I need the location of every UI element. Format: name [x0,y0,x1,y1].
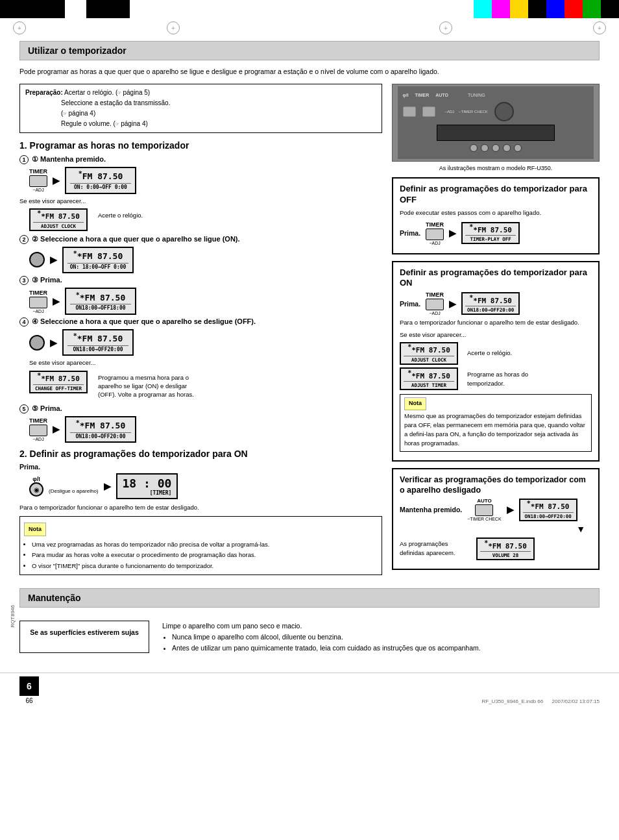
bar-black7 [601,0,619,18]
bar-green [583,0,601,18]
color-bars-right [474,0,619,18]
radio-preset-1 [470,144,478,152]
circle-2: 2 [19,235,29,244]
box1-prima: Prima. [400,229,420,237]
box3-text: As programações definidas aparecem. [400,539,471,558]
step4b-row: **FM 87.50 CHANGE OFF-TIMER Programou a … [29,371,382,402]
radio-preset-5 [514,144,522,152]
bar-yellow [510,0,528,18]
color-bars-left [0,0,130,18]
step2-row: ▶ **FM 87.50 ON: 18:00→OFF 0:00 [29,247,382,274]
arrow1: ▶ [53,175,60,186]
step1b-row: **FM 87.50 ADJUST CLOCK Acerte o relógio… [29,208,382,231]
bar-black [0,0,21,18]
bar-black3 [43,0,65,18]
nota-item-1: Uma vez programadas as horas do temporiz… [32,540,378,549]
step1-title: 1. Programar as horas no temporizador [19,140,382,151]
nota-section: Nota Uma vez programadas as horas do tem… [19,516,382,575]
bar-black4 [86,0,108,18]
maint-left-text: Se as superfícies estiverem sujas [30,628,139,636]
step2-power-row: φ/I ◉ (Desligue o aparelho) ▶ 18 : 00 [T… [29,473,382,499]
box2-arrow: ▶ [449,299,456,309]
adjust-clock-label: ADJUST CLOCK [33,223,84,229]
display4a: **FM 87.50 ON18:00→OFF20:00 [62,329,134,356]
radio-image: φ/I TIMER AUTO TUNING −ADJ −TIMER CHECK [392,84,600,162]
bar-black5 [108,0,130,18]
box3-text-row: As programações definidas aparecem. **FM… [400,537,592,561]
box1-sub: Pode executar estes passos com o aparelh… [400,208,592,217]
power-button-area: φ/I ◉ [29,476,43,497]
adjust-clock-note: Acerte o relógio. [98,211,143,220]
display3a: **FM 87.50 ON18:00→OFF18:00 [65,288,136,315]
radio-ctrl-btn [403,106,416,117]
bar-white [65,0,86,18]
sub2-title: 2 ② Seleccione a hora a que quer que o a… [19,235,382,244]
document-code: RQT8946 [10,605,16,628]
adjust-timer-display: ADJUST TIMER [404,382,454,388]
reg-mark-left: + [13,21,26,34]
box2-disp1-row: **FM 87.50 ADJUST CLOCK Acerte o relógio… [400,342,592,365]
box3-title: Verificar as programações do temporizado… [400,475,592,496]
two-col-layout: Preparação: Acertar o relógio. (☞ página… [19,84,600,578]
step1-row: TIMER −ADJ ▶ *FM 87.50 ON: 0:00→OFF 0:00 [29,167,382,194]
col-left: Preparação: Acertar o relógio. (☞ página… [19,84,382,578]
display1a: *FM 87.50 ON: 0:00→OFF 0:00 [65,167,136,194]
nota-item-3: O visor "[TIMER]" pisca durante o funcio… [32,562,378,571]
tuning-knob [29,252,45,267]
box1-arrow: ▶ [449,228,456,238]
timer-button5: TIMER −ADJ [29,417,47,441]
box3-display2: **FM 87.50 VOLUME 28 [476,537,535,560]
box2-nota-label: Nota [404,397,426,410]
section2-title: Manutenção [28,593,81,603]
box1-display: **FM 87.50 TIMER-PLAY OFF [461,222,520,245]
maint-inner: Se as superfícies estiverem sujas Limpe … [19,614,600,660]
step2-prima: Prima. [19,463,382,471]
circle-5: 5 [19,404,29,414]
box3-arrow: ▶ [507,504,514,515]
circle-4: 4 [19,317,29,327]
nota-list: Uma vez programadas as horas do temporiz… [32,540,378,571]
timer-time-display: 18 : 00 [TIMER] [116,473,178,499]
step5-row: TIMER −ADJ ▶ **FM 87.50 ON18:00→OFF20:00 [29,416,382,443]
box3-prima-row: Mantenha premido. AUTO −TIMER CHECK ▶ **… [400,498,592,521]
intro-text: Pode programar as horas a que quer que o… [19,67,600,77]
power-btn-circle: ◉ [29,482,43,497]
box2-prima: Prima. [400,300,420,308]
sub4-title: 4 ④ Seleccione a hora a que quer que o a… [19,317,382,327]
arrow-power: ▶ [104,481,111,491]
display1b: **FM 87.50 ADJUST CLOCK [29,208,88,231]
page-num-area: 6 66 [19,676,39,704]
radio-tuning-knob [494,102,514,121]
para-text: Para o temporizador funcionar o aparelho… [19,503,382,512]
step3-row: TIMER −ADJ ▶ **FM 87.50 ON18:00→OFF18:00 [29,288,382,315]
registration-marks: + + + + [0,18,619,38]
change-timer-note: Programou a mesma hora para o aparelho s… [98,373,195,399]
sub5-title: 5 ⑤ Prima. [19,404,382,414]
radio-inner: φ/I TIMER AUTO TUNING −ADJ −TIMER CHECK [398,86,594,159]
bottom-bar: 6 66 RF_U350_8946_E.indb 66 2007/02/02 1… [0,673,619,708]
box2-prima-row: Prima. TIMER −ADJ ▶ **FM 87.50 ON18:00→O… [400,291,592,315]
arrow5: ▶ [53,424,60,434]
radio-preset-4 [503,144,511,152]
display4b: **FM 87.50 CHANGE OFF-TIMER [29,371,88,393]
step4-row: ▶ **FM 87.50 ON18:00→OFF20:00 [29,329,382,356]
box2: Definir as programações do temporizador … [392,261,600,462]
maint-list: Nunca limpe o aparelho com álcool, dilue… [172,632,600,654]
box1: Definir as programações do temporizador … [392,177,600,254]
adjust-clock-display: ADJUST CLOCK [404,357,454,363]
radio-preset-3 [492,144,500,152]
col-right: φ/I TIMER AUTO TUNING −ADJ −TIMER CHECK [392,84,600,578]
disp-divider3 [67,263,128,264]
bar-black6 [528,0,546,18]
maint-item-2: Antes de utilizar um pano quimicamente t… [172,643,600,654]
reg-mark-right: + [593,21,606,34]
section2-header: Manutenção [19,588,600,608]
visor-note1: Se este visor aparecer... [19,197,382,206]
box3-prima: Mantenha premido. [400,506,462,513]
timer-btn-body [29,175,47,187]
radio-caption: As ilustrações mostram o modelo RF-U350. [392,165,600,173]
timer-button3: TIMER −ADJ [29,290,47,314]
box2-nota-section: Nota Mesmo que as programações do tempor… [400,394,592,452]
bar-red [564,0,583,18]
file-info: RF_U350_8946_E.indb 66 2007/02/02 13:07:… [482,698,600,704]
